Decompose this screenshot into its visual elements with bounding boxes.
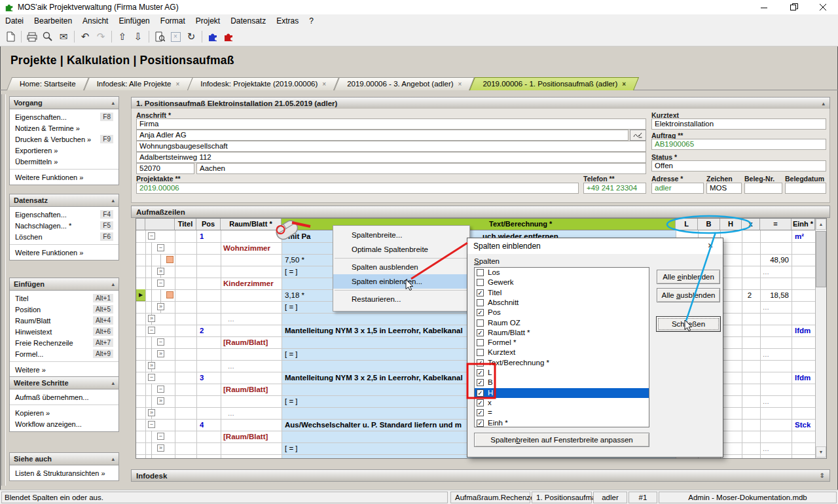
anschrift-plz-field[interactable]: 52070 (136, 163, 194, 174)
col-b-header[interactable]: B (698, 219, 720, 230)
sidebar-item-uebermitteln[interactable]: Übermitteln » (10, 156, 118, 167)
list-item-h-selected[interactable]: ✓H (475, 388, 649, 398)
collapse-icon[interactable]: ▴ (111, 380, 115, 386)
restore-button[interactable] (779, 0, 809, 14)
email-icon[interactable]: ✉ (56, 29, 71, 44)
anschrift-street-field[interactable]: Adalbertsteinweg 112 (136, 152, 646, 163)
menu-item-restaurieren[interactable]: Restaurieren... (333, 292, 469, 306)
tree-more-icon[interactable]: » (157, 268, 164, 275)
sum-cell[interactable]: [ = ] (285, 303, 298, 311)
col-titel-header[interactable]: Titel (175, 219, 196, 230)
menu-einfuegen[interactable]: Einfügen (113, 15, 155, 27)
sidebar-item-drucken-verbuchen[interactable]: Drucken & Verbuchen »F9 (10, 134, 118, 145)
tree-expander-icon[interactable]: − (148, 327, 155, 334)
list-item-gewerk[interactable]: Gewerk (475, 278, 649, 287)
menu-projekt[interactable]: Projekt (191, 15, 225, 27)
col-l-header[interactable]: L (676, 219, 698, 230)
alle-einblenden-button[interactable]: Alle einblenden (657, 270, 720, 284)
list-item-formel[interactable]: Formel * (475, 338, 649, 348)
menu-ansicht[interactable]: Ansicht (77, 15, 113, 27)
close-button[interactable] (809, 0, 838, 14)
text-cell[interactable]: mit Pa (288, 232, 311, 240)
kurztext-field[interactable]: Elektroinstallation (651, 118, 826, 130)
table-vertical-scrollbar[interactable]: ▲ ▼ (815, 219, 826, 458)
col-x-header[interactable]: x (742, 219, 760, 230)
tab-close-icon[interactable]: × (322, 81, 326, 88)
col-h-header[interactable]: H (720, 219, 742, 230)
sidebar-item-loeschen[interactable]: LöschenF6 (10, 231, 118, 242)
redo-icon[interactable]: ↷ (93, 29, 109, 44)
sum-cell[interactable]: [ = ] (285, 350, 298, 358)
sidebar-item-aufmass-uebernehmen[interactable]: Aufmaß übernehmen... (10, 391, 118, 403)
sidebar-item-kopieren[interactable]: Kopieren » (10, 407, 118, 418)
alle-ausblenden-button[interactable]: Alle ausblenden (657, 288, 720, 302)
tab-angebot[interactable]: 2019.00006 - 3. Angebot (adler)× (337, 77, 472, 90)
tree-expander-icon[interactable]: − (157, 244, 164, 251)
result-cell[interactable]: 48,90 (760, 256, 789, 264)
collapse-icon[interactable]: ▴ (822, 100, 825, 107)
panel-header[interactable]: Datensatz▴ (10, 194, 118, 207)
pos-cell[interactable]: 3 (200, 374, 204, 382)
report-preview-icon[interactable] (152, 29, 168, 44)
tab-close-icon[interactable]: × (622, 81, 626, 88)
collapse-icon[interactable]: ▴ (111, 456, 115, 462)
col-eq-header[interactable]: = (760, 219, 792, 230)
export-puzzle-red-icon[interactable] (221, 29, 236, 44)
move-down-icon[interactable]: ⇩ (130, 29, 146, 44)
list-item-eq[interactable]: ✓= (475, 408, 649, 418)
sidebar-item-titel[interactable]: TitelAlt+1 (10, 293, 118, 304)
tab-infodesk-alle-projekte[interactable]: Infodesk: Alle Projekte× (86, 77, 191, 90)
list-item-abschnitt[interactable]: Abschnitt (475, 298, 649, 308)
tree-more-icon[interactable]: » (148, 315, 155, 322)
tree-expander-icon[interactable]: − (157, 338, 164, 346)
sidebar-item-exportieren[interactable]: Exportieren » (10, 145, 118, 156)
formula-cell[interactable]: 3,18 * (285, 291, 304, 299)
tree-expander-icon[interactable]: − (157, 433, 164, 440)
adresse-field[interactable]: adler (651, 183, 704, 194)
tree-more-icon[interactable]: » (148, 362, 155, 369)
tree-expander-icon[interactable]: − (148, 232, 155, 240)
sidebar-item-eigenschaften-datensatz[interactable]: Eigenschaften...F4 (10, 209, 118, 220)
sidebar-item-weitere[interactable]: Weitere » (10, 364, 118, 375)
move-up-icon[interactable]: ⇧ (115, 29, 130, 44)
tree-more-icon[interactable]: » (157, 303, 164, 310)
menu-format[interactable]: Format (155, 15, 191, 27)
menu-item-spalten-einblenden[interactable]: Spalten einblenden... (333, 274, 469, 289)
list-item-l[interactable]: ✓L (475, 368, 649, 378)
tree-expander-icon[interactable]: − (157, 279, 164, 287)
raum-cell[interactable]: Kinderzimmer (223, 279, 274, 287)
sidebar-item-hinweistext[interactable]: HinweistextAlt+6 (10, 326, 118, 337)
list-item-einh[interactable]: ✓Einh * (475, 418, 649, 427)
new-document-icon[interactable] (3, 29, 18, 44)
import-puzzle-blue-icon[interactable] (205, 29, 221, 44)
formula-cell[interactable]: 7,50 * (285, 256, 304, 264)
list-item-raum-blatt[interactable]: ✓Raum/Blatt * (475, 328, 649, 338)
col-einh-header[interactable]: Einh * (792, 219, 815, 230)
menu-bearbeiten[interactable]: Bearbeiten (29, 15, 77, 27)
menu-datei[interactable]: Datei (0, 15, 29, 27)
sidebar-item-eigenschaften-vorgang[interactable]: Eigenschaften...F8 (10, 111, 118, 122)
sum-cell[interactable]: [ = ] (285, 444, 298, 452)
scrollbar-thumb[interactable] (816, 231, 826, 287)
raum-cell[interactable]: [Raum/Blatt] (223, 338, 268, 346)
menu-extras[interactable]: Extras (271, 15, 304, 27)
collapse-icon[interactable]: ▴ (111, 99, 115, 106)
col-raum-header[interactable]: Raum/Blatt * (221, 219, 282, 230)
status-field[interactable]: Offen (651, 160, 826, 171)
tree-expander-icon[interactable]: − (148, 374, 155, 381)
list-item-b[interactable]: ✓B (475, 378, 649, 387)
telefon-field[interactable]: +49 241 23304 (583, 183, 646, 194)
sidebar-item-notizen-termine[interactable]: Notizen & Termine » (10, 122, 118, 134)
einh-cell[interactable]: m² (795, 232, 804, 240)
projektakte-field[interactable]: 2019.00006 (136, 183, 579, 194)
col-pos-header[interactable]: Pos (196, 219, 221, 230)
einh-cell[interactable]: lfdm (795, 327, 811, 334)
list-item-text-berechnung[interactable]: ✓Text/Berechnung * (475, 358, 649, 368)
more-rows-cell[interactable]: ... (228, 409, 234, 417)
abort-icon[interactable]: × (168, 29, 183, 44)
anschrift-firma-field[interactable]: Firma (136, 118, 646, 130)
sidebar-item-workflow-anzeigen[interactable]: Workflow anzeigen... (10, 418, 118, 429)
refresh-icon[interactable]: ↻ (183, 29, 199, 44)
tab-infodesk-projektakte[interactable]: Infodesk: Projektakte (2019.00006)× (190, 77, 337, 90)
sidebar-item-freie-rechenzeile[interactable]: Freie RechenzeileAlt+7 (10, 337, 118, 348)
